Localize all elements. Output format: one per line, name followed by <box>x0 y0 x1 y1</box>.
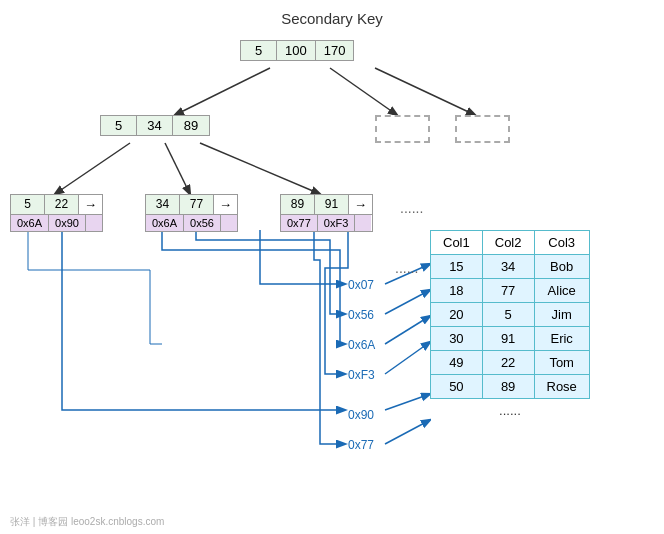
cell-r1c1: 15 <box>431 255 483 279</box>
cell-r3c1: 20 <box>431 303 483 327</box>
cell-r6c2: 89 <box>482 375 534 399</box>
level2-node: 5 34 89 <box>100 115 210 136</box>
root-cell-2: 100 <box>277 41 316 60</box>
ellipsis-ll: ...... <box>400 200 423 216</box>
cell-r4c1: 30 <box>431 327 483 351</box>
svg-line-0 <box>175 68 270 115</box>
svg-line-8 <box>385 316 430 344</box>
root-cell-3: 170 <box>316 41 354 60</box>
svg-line-9 <box>385 342 430 374</box>
cell-r1c3: Bob <box>534 255 589 279</box>
hex-0x77: 0x77 <box>348 438 374 452</box>
ll2-cell2: 77 <box>180 195 214 214</box>
table-row: 50 89 Rose <box>431 375 590 399</box>
cell-r6c1: 50 <box>431 375 483 399</box>
hex-0x90: 0x90 <box>348 408 374 422</box>
table-dots: ...... <box>431 399 590 423</box>
ll2-sub2: 0x56 <box>184 215 221 231</box>
col2-header: Col2 <box>482 231 534 255</box>
ll1-cell1: 5 <box>11 195 45 214</box>
ll3-arrow: → <box>349 195 372 214</box>
l2-cell-1: 5 <box>101 116 137 135</box>
ll1-sub-arrow <box>86 215 102 231</box>
svg-line-7 <box>385 290 430 314</box>
hex-0x56: 0x56 <box>348 308 374 322</box>
cell-r3c2: 5 <box>482 303 534 327</box>
cell-r4c3: Eric <box>534 327 589 351</box>
ll1-sub2: 0x90 <box>49 215 86 231</box>
ll3-sub-arrow <box>355 215 371 231</box>
col1-header: Col1 <box>431 231 483 255</box>
ll3-cell1: 89 <box>281 195 315 214</box>
cell-r3c3: Jim <box>534 303 589 327</box>
ll-node-3: 89 91 → 0x77 0xF3 <box>280 194 373 232</box>
root-node: 5 100 170 <box>240 40 354 61</box>
cell-r5c2: 22 <box>482 351 534 375</box>
svg-line-3 <box>55 143 130 194</box>
page-title: Secondary Key <box>0 10 664 27</box>
cell-r2c2: 77 <box>482 279 534 303</box>
ll2-sub1: 0x6A <box>146 215 184 231</box>
ll3-cell2: 91 <box>315 195 349 214</box>
dashed-node-2 <box>455 115 510 143</box>
svg-line-5 <box>200 143 320 194</box>
svg-line-2 <box>375 68 475 115</box>
svg-line-4 <box>165 143 190 194</box>
l2-cell-2: 34 <box>137 116 173 135</box>
svg-line-1 <box>330 68 397 115</box>
ll1-sub1: 0x6A <box>11 215 49 231</box>
ll-node-2: 34 77 → 0x6A 0x56 <box>145 194 238 232</box>
cell-r1c2: 34 <box>482 255 534 279</box>
cell-r2c3: Alice <box>534 279 589 303</box>
hex-0x07: 0x07 <box>348 278 374 292</box>
dashed-node-1 <box>375 115 430 143</box>
main-container: Secondary Key <box>0 0 664 534</box>
table-row: 18 77 Alice <box>431 279 590 303</box>
table-row: 30 91 Eric <box>431 327 590 351</box>
cell-r5c3: Tom <box>534 351 589 375</box>
data-table: Col1 Col2 Col3 15 34 Bob 18 77 Alice 20 … <box>430 230 590 422</box>
table-row: 15 34 Bob <box>431 255 590 279</box>
cell-r6c3: Rose <box>534 375 589 399</box>
ll2-arrow: → <box>214 195 237 214</box>
ll2-cell1: 34 <box>146 195 180 214</box>
watermark: 张洋 | 博客园 leoo2sk.cnblogs.com <box>10 515 164 529</box>
hex-0xF3: 0xF3 <box>348 368 375 382</box>
table-dots-row: ...... <box>431 399 590 423</box>
svg-line-11 <box>385 420 430 444</box>
ellipsis-mid: ...... <box>395 260 418 276</box>
root-cell-1: 5 <box>241 41 277 60</box>
ll1-arrow: → <box>79 195 102 214</box>
cell-r5c1: 49 <box>431 351 483 375</box>
table-row: 20 5 Jim <box>431 303 590 327</box>
ll3-sub1: 0x77 <box>281 215 318 231</box>
l2-cell-3: 89 <box>173 116 209 135</box>
table-row: 49 22 Tom <box>431 351 590 375</box>
ll-node-1: 5 22 → 0x6A 0x90 <box>10 194 103 232</box>
cell-r2c1: 18 <box>431 279 483 303</box>
ll1-cell2: 22 <box>45 195 79 214</box>
svg-line-10 <box>385 394 430 410</box>
cell-r4c2: 91 <box>482 327 534 351</box>
col3-header: Col3 <box>534 231 589 255</box>
ll3-sub2: 0xF3 <box>318 215 355 231</box>
hex-0x6A: 0x6A <box>348 338 375 352</box>
ll2-sub-arrow <box>221 215 237 231</box>
